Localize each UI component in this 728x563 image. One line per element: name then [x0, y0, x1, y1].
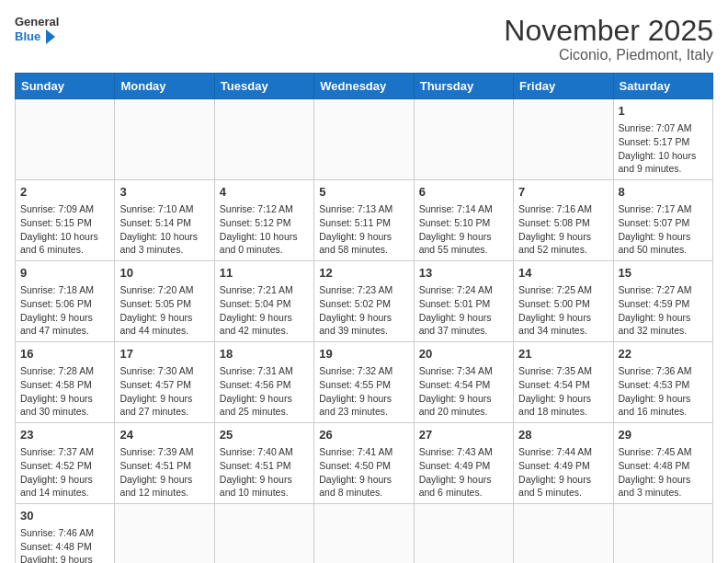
day-info: Sunrise: 7:25 AM: [518, 283, 608, 297]
day-info: Sunset: 4:50 PM: [319, 459, 408, 473]
day-info: Daylight: 9 hours and 1 minute.: [20, 553, 109, 563]
day-info: Sunset: 4:51 PM: [220, 459, 309, 473]
day-number: 27: [419, 427, 508, 443]
calendar-cell: 6Sunrise: 7:14 AMSunset: 5:10 PMDaylight…: [414, 180, 513, 261]
calendar-cell: 8Sunrise: 7:17 AMSunset: 5:07 PMDaylight…: [613, 180, 712, 261]
day-number: 18: [220, 346, 309, 362]
day-info: Sunset: 4:53 PM: [619, 378, 708, 392]
header-saturday: Saturday: [613, 74, 712, 99]
day-info: Sunset: 5:01 PM: [419, 297, 508, 311]
header-wednesday: Wednesday: [314, 74, 414, 99]
day-info: Sunrise: 7:12 AM: [220, 202, 309, 216]
day-info: Sunrise: 7:14 AM: [419, 202, 508, 216]
calendar-row: 2Sunrise: 7:09 AMSunset: 5:15 PMDaylight…: [16, 180, 713, 261]
day-number: 4: [220, 184, 309, 201]
calendar-cell: [414, 503, 513, 563]
day-info: Sunset: 4:49 PM: [518, 459, 608, 473]
day-info: Sunset: 5:10 PM: [419, 216, 508, 230]
day-info: Sunrise: 7:39 AM: [119, 445, 209, 459]
day-info: Sunrise: 7:35 AM: [518, 364, 608, 378]
day-number: 2: [20, 184, 109, 201]
day-info: Sunset: 4:52 PM: [20, 459, 109, 473]
calendar-cell: 1Sunrise: 7:07 AMSunset: 5:17 PMDaylight…: [613, 99, 712, 180]
day-number: 9: [20, 265, 109, 282]
logo-general: General: [15, 15, 59, 29]
day-info: Daylight: 9 hours and 6 minutes.: [419, 473, 508, 500]
calendar-row: 9Sunrise: 7:18 AMSunset: 5:06 PMDaylight…: [16, 261, 713, 342]
day-info: Sunrise: 7:16 AM: [518, 202, 608, 216]
day-info: Sunrise: 7:28 AM: [20, 364, 109, 378]
day-number: 26: [319, 427, 408, 443]
day-info: Daylight: 9 hours and 25 minutes.: [220, 392, 309, 419]
calendar-cell: 19Sunrise: 7:32 AMSunset: 4:55 PMDayligh…: [314, 342, 414, 423]
calendar-cell: [115, 99, 214, 180]
day-info: Daylight: 9 hours and 58 minutes.: [319, 230, 408, 257]
day-number: 21: [518, 346, 608, 362]
calendar-cell: [115, 503, 214, 563]
day-info: Sunset: 4:48 PM: [20, 540, 109, 554]
day-info: Sunset: 5:07 PM: [619, 216, 708, 230]
day-number: 23: [20, 427, 109, 443]
day-info: Sunrise: 7:17 AM: [619, 202, 708, 216]
calendar-cell: 23Sunrise: 7:37 AMSunset: 4:52 PMDayligh…: [16, 422, 115, 503]
day-info: Daylight: 9 hours and 16 minutes.: [619, 392, 708, 419]
day-number: 17: [119, 346, 209, 362]
day-info: Daylight: 9 hours and 55 minutes.: [419, 230, 508, 257]
day-info: Sunrise: 7:10 AM: [119, 202, 209, 216]
day-number: 14: [518, 265, 608, 282]
day-number: 6: [419, 184, 508, 201]
logo: General Blue: [15, 15, 59, 44]
day-info: Sunrise: 7:24 AM: [419, 283, 508, 297]
calendar-cell: [613, 503, 712, 563]
header-monday: Monday: [115, 74, 214, 99]
calendar-cell: 17Sunrise: 7:30 AMSunset: 4:57 PMDayligh…: [115, 342, 214, 423]
day-info: Sunset: 5:00 PM: [518, 297, 608, 311]
day-number: 16: [20, 346, 109, 362]
day-info: Sunrise: 7:21 AM: [220, 283, 309, 297]
calendar-cell: 16Sunrise: 7:28 AMSunset: 4:58 PMDayligh…: [16, 342, 115, 423]
day-number: 13: [419, 265, 508, 282]
day-info: Daylight: 9 hours and 32 minutes.: [619, 311, 708, 338]
calendar-cell: [314, 503, 414, 563]
logo-chevron-icon: [46, 29, 55, 44]
day-info: Sunrise: 7:30 AM: [119, 364, 209, 378]
day-info: Sunset: 4:48 PM: [619, 459, 708, 473]
day-info: Sunrise: 7:41 AM: [319, 445, 408, 459]
day-info: Daylight: 9 hours and 42 minutes.: [220, 311, 309, 338]
day-info: Sunset: 4:54 PM: [518, 378, 608, 392]
day-info: Daylight: 9 hours and 18 minutes.: [518, 392, 608, 419]
day-info: Daylight: 9 hours and 14 minutes.: [20, 473, 109, 500]
calendar-cell: 13Sunrise: 7:24 AMSunset: 5:01 PMDayligh…: [414, 261, 513, 342]
day-info: Daylight: 9 hours and 34 minutes.: [518, 311, 608, 338]
day-number: 1: [619, 103, 708, 120]
calendar-cell: 2Sunrise: 7:09 AMSunset: 5:15 PMDaylight…: [16, 180, 115, 261]
day-number: 3: [119, 184, 209, 201]
day-info: Sunrise: 7:32 AM: [319, 364, 408, 378]
page-header: General Blue November 2025 Ciconio, Pied…: [15, 15, 713, 63]
calendar-row: 16Sunrise: 7:28 AMSunset: 4:58 PMDayligh…: [16, 342, 713, 423]
day-info: Sunrise: 7:18 AM: [20, 283, 109, 297]
day-info: Sunset: 5:04 PM: [220, 297, 309, 311]
day-info: Sunrise: 7:45 AM: [619, 445, 708, 459]
day-info: Sunrise: 7:23 AM: [319, 283, 408, 297]
day-info: Sunset: 4:59 PM: [619, 297, 708, 311]
calendar-cell: 15Sunrise: 7:27 AMSunset: 4:59 PMDayligh…: [613, 261, 712, 342]
day-number: 15: [619, 265, 708, 282]
day-info: Sunset: 4:49 PM: [419, 459, 508, 473]
day-info: Sunset: 4:56 PM: [220, 378, 309, 392]
calendar-cell: 25Sunrise: 7:40 AMSunset: 4:51 PMDayligh…: [214, 422, 313, 503]
calendar-cell: 27Sunrise: 7:43 AMSunset: 4:49 PMDayligh…: [414, 422, 513, 503]
day-info: Daylight: 10 hours and 9 minutes.: [619, 149, 708, 176]
day-info: Sunset: 4:58 PM: [20, 378, 109, 392]
day-info: Sunset: 4:57 PM: [119, 378, 209, 392]
day-info: Sunrise: 7:31 AM: [220, 364, 309, 378]
day-info: Daylight: 10 hours and 3 minutes.: [119, 230, 209, 257]
day-info: Sunset: 5:15 PM: [20, 216, 109, 230]
header-tuesday: Tuesday: [214, 74, 313, 99]
calendar-cell: 7Sunrise: 7:16 AMSunset: 5:08 PMDaylight…: [514, 180, 613, 261]
day-number: 7: [518, 184, 608, 201]
day-number: 8: [619, 184, 708, 201]
calendar-cell: 4Sunrise: 7:12 AMSunset: 5:12 PMDaylight…: [214, 180, 313, 261]
day-info: Daylight: 9 hours and 5 minutes.: [518, 473, 608, 500]
day-info: Daylight: 9 hours and 52 minutes.: [518, 230, 608, 257]
